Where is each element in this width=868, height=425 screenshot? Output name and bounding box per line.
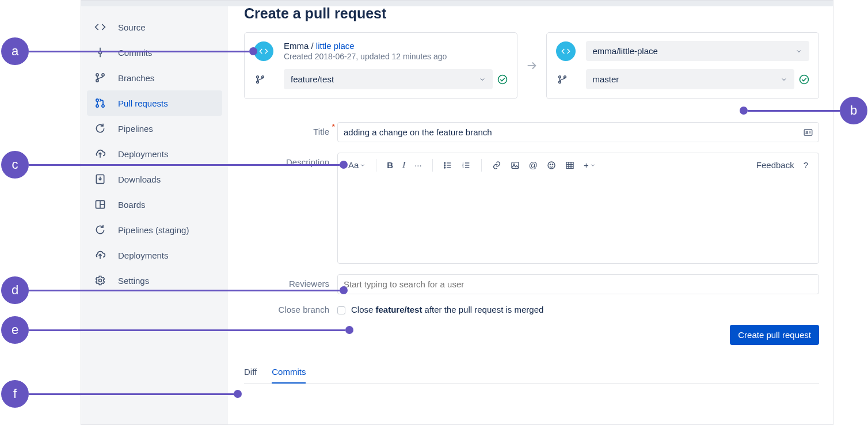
svg-point-30 [444, 162, 445, 164]
close-branch-checkbox[interactable] [337, 306, 345, 314]
sidebar-item-pipelines[interactable]: Pipelines [87, 116, 222, 141]
sidebar-item-boards[interactable]: Boards [87, 192, 222, 217]
branch-selectors: Emma / little place Created 2018-06-27, … [244, 32, 819, 99]
dest-repo-select[interactable]: emma/little-place [586, 41, 810, 61]
dest-branch-select[interactable]: master [586, 69, 795, 89]
svg-point-27 [806, 131, 808, 132]
sidebar-item-pull-requests[interactable]: Pull requests [87, 90, 222, 116]
svg-point-7 [96, 105, 98, 107]
bullet-list-tool[interactable] [440, 158, 456, 172]
description-editor: Aa B I ··· 123 @ [337, 153, 819, 264]
tab-diff[interactable]: Diff [244, 367, 257, 383]
separator [376, 159, 376, 172]
commits-icon [94, 46, 106, 59]
text-style-tool[interactable]: Aa [345, 158, 369, 172]
app-window: Source Commits Branches Pull requests Pi… [81, 0, 833, 425]
number-list-tool[interactable]: 123 [458, 158, 474, 172]
sidebar-item-label: Deployments [118, 149, 169, 159]
svg-point-22 [558, 75, 561, 78]
svg-point-6 [96, 99, 98, 101]
svg-point-24 [564, 75, 566, 78]
svg-point-19 [262, 75, 264, 78]
create-pull-request-button[interactable]: Create pull request [730, 325, 819, 345]
sidebar-item-settings[interactable]: Settings [87, 268, 222, 293]
italic-tool[interactable]: I [399, 158, 409, 172]
source-branch-select[interactable]: feature/test [284, 69, 493, 89]
main-content: Create a pull request Emma / little plac… [228, 1, 833, 424]
pr-form: Title Description Aa B [244, 122, 819, 345]
separator [481, 159, 482, 172]
svg-point-8 [102, 105, 104, 107]
dest-branch-value: master [593, 74, 619, 84]
svg-point-25 [800, 75, 809, 84]
dest-branch-row: master [586, 69, 810, 89]
reviewers-input[interactable] [337, 274, 819, 294]
page-title: Create a pull request [244, 5, 819, 22]
download-icon [94, 173, 106, 185]
dest-card: emma/little-place master [546, 32, 820, 99]
bold-tool[interactable]: B [383, 158, 397, 172]
sidebar-item-label: Branches [118, 73, 154, 83]
bottom-tabs: Diff Commits [244, 367, 819, 384]
more-formatting-tool[interactable]: ··· [411, 158, 425, 172]
source-branch-value: feature/test [291, 74, 334, 84]
gear-icon [94, 274, 106, 287]
svg-point-0 [99, 51, 102, 54]
chevron-down-icon [795, 48, 802, 55]
help-tool[interactable]: ? [800, 158, 812, 172]
insert-tool[interactable]: + [580, 158, 599, 172]
svg-point-17 [257, 75, 259, 78]
sidebar-item-branches[interactable]: Branches [87, 65, 222, 90]
pull-request-icon [94, 97, 106, 109]
svg-point-3 [96, 74, 98, 76]
sidebar-item-deployments-2[interactable]: Deployments [87, 242, 222, 268]
mention-tool[interactable]: @ [526, 158, 541, 172]
dest-repo-value: emma/little-place [593, 46, 658, 56]
sidebar-item-deployments[interactable]: Deployments [87, 141, 222, 166]
description-label: Description [244, 153, 337, 167]
source-card: Emma / little place Created 2018-06-27, … [244, 32, 517, 99]
svg-rect-47 [566, 162, 573, 168]
chevron-down-icon [479, 76, 486, 83]
sidebar-item-source[interactable]: Source [87, 14, 222, 40]
table-tool[interactable] [562, 158, 578, 172]
chevron-down-icon [781, 76, 787, 83]
arrow-right-icon [526, 59, 538, 72]
cloud-up-icon [94, 147, 106, 160]
check-circle-icon [497, 74, 508, 85]
cycle-icon [94, 223, 106, 236]
dest-repo-row: emma/little-place [586, 41, 810, 61]
sidebar-item-downloads[interactable]: Downloads [87, 166, 222, 192]
repo-icon [254, 41, 273, 61]
sidebar-item-label: Pipelines [118, 124, 153, 134]
emoji-tool[interactable] [543, 158, 559, 172]
image-tool[interactable] [507, 158, 523, 172]
sidebar-item-pipelines-staging[interactable]: Pipelines (staging) [87, 217, 222, 242]
sidebar-item-commits[interactable]: Commits [87, 40, 222, 65]
feedback-link[interactable]: Feedback [753, 158, 798, 172]
check-circle-icon [799, 74, 809, 85]
repo-icon [556, 41, 576, 61]
cycle-icon [94, 122, 106, 135]
title-label: Title [244, 122, 337, 136]
tab-commits[interactable]: Commits [272, 367, 306, 384]
contact-card-icon[interactable] [803, 127, 813, 138]
source-repo-link[interactable]: little place [316, 41, 355, 51]
source-branch-row: feature/test [284, 69, 508, 89]
title-input[interactable] [337, 122, 819, 142]
source-repo-path: Emma / little place [284, 41, 508, 51]
sidebar-item-label: Downloads [118, 174, 161, 184]
close-branch-label: Close branch [244, 305, 337, 314]
boards-icon [94, 198, 106, 211]
svg-point-4 [102, 74, 104, 76]
source-repo-header: Emma / little place Created 2018-06-27, … [284, 41, 508, 61]
svg-point-45 [550, 164, 550, 165]
close-branch-text: Close feature/test after the pull reques… [351, 305, 543, 314]
description-textarea[interactable] [338, 177, 818, 263]
source-repo-meta: Created 2018-06-27, updated 12 minutes a… [284, 52, 508, 61]
separator [432, 159, 433, 172]
link-tool[interactable] [489, 158, 505, 172]
sidebar-item-label: Source [118, 22, 146, 32]
svg-point-46 [552, 164, 553, 165]
reviewers-label: Reviewers [244, 274, 337, 289]
